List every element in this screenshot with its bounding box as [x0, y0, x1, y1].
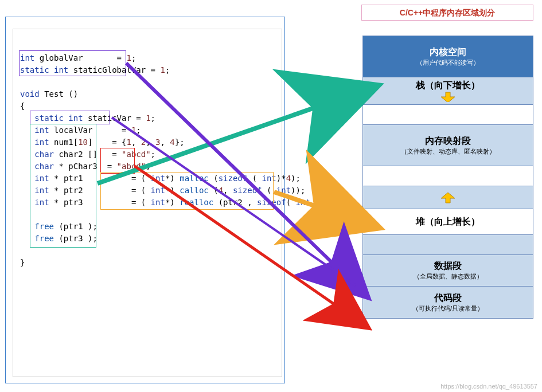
seg-stack-label: 栈（向下增长） [416, 80, 480, 92]
seg-kernel-title: 内核空间 [363, 46, 533, 58]
code-line-8: int num1[10] = {1, 2, 3, 4}; [20, 136, 276, 148]
code-line-15: free (ptr1 ); [20, 221, 276, 233]
seg-kernel-sub: （用户代码不能读写） [363, 58, 533, 67]
down-arrow-icon [440, 92, 455, 102]
code-line-13: int * ptr3 = ( int*) realloc (ptr2 , siz… [20, 197, 276, 209]
svg-marker-1 [441, 193, 455, 203]
code-line-7: int localVar = 1; [20, 124, 276, 136]
code-line-16: free (ptr3 ); [20, 233, 276, 245]
seg-data: 数据段 （全局数据、静态数据） [363, 255, 533, 287]
code-line-6: static int staticVar = 1; [20, 112, 276, 124]
code-line-18: } [20, 257, 276, 269]
memory-layout: 内核空间 （用户代码不能读写） 栈（向下增长） 内存映射段 （文件映射、动态库、… [362, 36, 533, 319]
seg-kernel: 内核空间 （用户代码不能读写） [363, 36, 533, 77]
seg-gap-2 [363, 166, 533, 186]
watermark: https://blog.csdn.net/qq_49613557 [440, 383, 537, 390]
code-line-14 [20, 209, 276, 221]
seg-code: 代码段 （可执行代码/只读常量） [363, 287, 533, 318]
code-line-4: void Test () [20, 88, 276, 100]
code-line-9: char char2 [] = "abcd"; [20, 148, 276, 160]
seg-mmap: 内存映射段 （文件映射、动态库、匿名映射） [363, 125, 533, 166]
diagram-canvas: C/C++中程序内存区域划分 int globalVar = 1; static… [0, 0, 542, 392]
seg-code-sub: （可执行代码/只读常量） [363, 304, 533, 313]
title-box: C/C++中程序内存区域划分 [361, 5, 533, 21]
seg-mmap-sub: （文件映射、动态库、匿名映射） [363, 147, 533, 156]
code-line-2: static int staticGlobalVar = 1; [20, 64, 276, 76]
code-line-12: int * ptr2 = ( int*) calloc (4, sizeof (… [20, 185, 276, 197]
seg-mmap-title: 内存映射段 [363, 135, 533, 147]
seg-data-sub: （全局数据、静态数据） [363, 272, 533, 281]
seg-data-title: 数据段 [363, 260, 533, 272]
svg-marker-0 [441, 92, 455, 102]
seg-stack: 栈（向下增长） [363, 77, 533, 105]
seg-heap: 堆（向上增长） [363, 209, 533, 235]
seg-heap-arrow [363, 186, 533, 209]
code-line-10: char * pChar3 = "abcd"; [20, 160, 276, 173]
up-arrow-icon [440, 192, 455, 203]
code-panel: int globalVar = 1; static int staticGlob… [13, 29, 282, 377]
code-line-5: { [20, 100, 276, 112]
seg-code-title: 代码段 [363, 292, 533, 304]
code-line-17 [20, 245, 276, 257]
seg-heap-label: 堆（向上增长） [363, 216, 533, 228]
code-line-11: int * ptr1 = ( int*) malloc (sizeof ( in… [20, 173, 276, 185]
seg-gap-3 [363, 235, 533, 255]
code-line-3 [20, 76, 276, 88]
seg-gap-1 [363, 105, 533, 125]
code-line-1: int globalVar = 1; [20, 52, 276, 64]
